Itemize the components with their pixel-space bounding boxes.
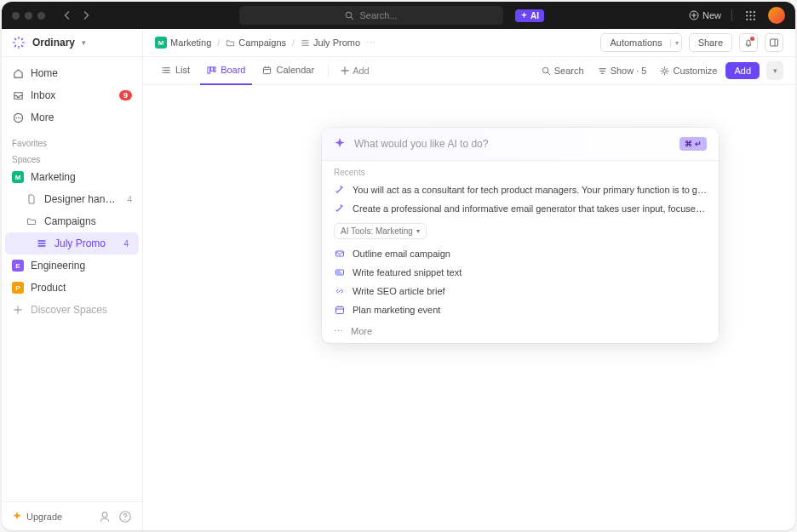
sparkle-icon — [12, 512, 22, 522]
svg-point-14 — [20, 117, 20, 117]
gear-icon — [660, 66, 669, 76]
sidebar-item-designer-handbook[interactable]: Designer handbook 4 — [2, 188, 142, 210]
list-icon — [36, 237, 48, 249]
share-button[interactable]: Share — [689, 33, 732, 52]
dots-icon: ⋯ — [334, 326, 344, 337]
panel-toggle-button[interactable] — [765, 33, 783, 52]
ai-recent-item[interactable]: You will act as a consultant for tech pr… — [322, 180, 719, 199]
svg-point-9 — [749, 18, 751, 20]
link-icon — [334, 285, 346, 297]
sidebar-item-inbox[interactable]: Inbox 9 — [2, 84, 142, 106]
plus-icon — [341, 66, 349, 75]
breadcrumb: M Marketing / Campaigns / July Promo ⋯ — [155, 37, 376, 49]
user-avatar[interactable] — [768, 7, 785, 24]
svg-rect-24 — [336, 251, 344, 256]
sidebar-item-july-promo[interactable]: July Promo 4 — [5, 232, 139, 255]
wand-icon — [334, 203, 346, 215]
svg-rect-20 — [214, 66, 215, 72]
svg-point-10 — [753, 18, 754, 20]
svg-rect-17 — [771, 39, 778, 46]
space-icon: E — [12, 260, 24, 272]
inbox-icon — [12, 89, 24, 101]
nav-back-button[interactable] — [59, 7, 76, 24]
global-search[interactable]: Search... — [239, 6, 503, 25]
board-icon — [207, 66, 216, 75]
ai-tool-item[interactable]: Plan marketing event — [322, 300, 719, 319]
upgrade-button[interactable]: Upgrade — [12, 512, 91, 522]
space-icon: M — [12, 171, 24, 183]
view-search-button[interactable]: Search — [536, 66, 589, 76]
sidebar-item-campaigns[interactable]: Campaigns — [2, 210, 142, 232]
ai-more-button[interactable]: ⋯ More — [322, 319, 719, 343]
list-icon — [301, 38, 310, 48]
sidebar-item-more[interactable]: More — [2, 106, 142, 129]
view-tab-list[interactable]: List — [155, 57, 197, 85]
workspace-logo-icon — [12, 36, 26, 49]
svg-point-15 — [102, 512, 107, 517]
svg-rect-21 — [264, 67, 271, 73]
svg-point-3 — [749, 11, 751, 13]
svg-rect-18 — [208, 66, 210, 72]
add-task-dropdown[interactable]: ▾ — [766, 61, 783, 80]
ai-tool-item[interactable]: Write featured snippet text — [322, 263, 719, 282]
breadcrumb-more[interactable]: ⋯ — [366, 37, 376, 49]
notifications-button[interactable] — [739, 33, 758, 52]
svg-point-22 — [542, 67, 548, 72]
sidebar-space-engineering[interactable]: E Engineering — [2, 255, 142, 277]
calendar-icon — [262, 66, 272, 75]
sidebar-space-product[interactable]: P Product — [2, 277, 142, 299]
inbox-badge: 9 — [119, 90, 132, 100]
document-icon — [26, 193, 37, 205]
svg-point-0 — [347, 12, 352, 17]
search-placeholder: Search... — [359, 10, 397, 20]
favorites-label: Favorites — [2, 134, 142, 150]
view-show-button[interactable]: Show · 5 — [593, 66, 652, 76]
ai-command-panel: ⌘ ↵ Recents You will act as a consultant… — [322, 128, 719, 343]
sidebar: Ordinary ▾ Home Inbox 9 More Favorit — [2, 29, 143, 530]
view-customize-button[interactable]: Customize — [655, 66, 722, 76]
sparkle-icon — [334, 138, 346, 150]
svg-point-2 — [746, 11, 748, 13]
breadcrumb-space[interactable]: M Marketing — [155, 37, 211, 49]
folder-icon — [226, 38, 235, 48]
calendar-icon — [334, 304, 346, 316]
space-icon: P — [12, 282, 24, 294]
sidebar-space-marketing[interactable]: M Marketing — [2, 166, 142, 188]
ai-recent-item[interactable]: Create a professional and informative em… — [322, 199, 719, 218]
automations-button[interactable]: Automations ▾ — [600, 33, 681, 52]
sidebar-discover-spaces[interactable]: Discover Spaces — [2, 299, 142, 321]
sidebar-item-home[interactable]: Home — [2, 62, 142, 84]
nav-forward-button[interactable] — [77, 7, 95, 24]
filter-icon — [598, 66, 607, 76]
folder-icon — [26, 215, 37, 227]
breadcrumb-folder[interactable]: Campaigns — [226, 37, 286, 48]
svg-point-23 — [663, 69, 667, 72]
add-task-button[interactable]: Add — [725, 62, 760, 79]
user-icon[interactable] — [98, 510, 112, 523]
snippet-icon — [334, 266, 346, 278]
ai-tool-item[interactable]: Write SEO article brief — [322, 282, 719, 300]
apps-icon[interactable] — [743, 8, 758, 23]
svg-point-6 — [749, 14, 751, 16]
view-tab-board[interactable]: Board — [200, 57, 252, 85]
svg-point-12 — [15, 117, 16, 117]
chevron-down-icon: ▾ — [416, 227, 420, 235]
add-view-button[interactable]: Add — [335, 66, 375, 76]
space-chip-icon: M — [155, 37, 167, 49]
ai-prompt-input[interactable] — [354, 138, 671, 150]
ai-tools-filter[interactable]: AI Tools: Marketing ▾ — [334, 223, 427, 239]
ai-chip[interactable]: AI — [515, 9, 544, 22]
svg-rect-19 — [211, 66, 214, 71]
search-icon — [345, 11, 354, 20]
wand-icon — [334, 184, 346, 196]
new-button[interactable]: New — [689, 10, 721, 20]
workspace-switcher[interactable]: Ordinary ▾ — [2, 29, 142, 57]
sparkle-icon — [520, 12, 528, 20]
breadcrumb-list[interactable]: July Promo — [301, 37, 360, 48]
view-tab-calendar[interactable]: Calendar — [255, 57, 321, 85]
ai-tool-item[interactable]: Outline email campaign — [322, 244, 719, 263]
svg-point-4 — [753, 11, 754, 13]
svg-point-5 — [746, 14, 748, 16]
help-icon[interactable] — [118, 510, 132, 523]
svg-point-13 — [17, 117, 18, 117]
